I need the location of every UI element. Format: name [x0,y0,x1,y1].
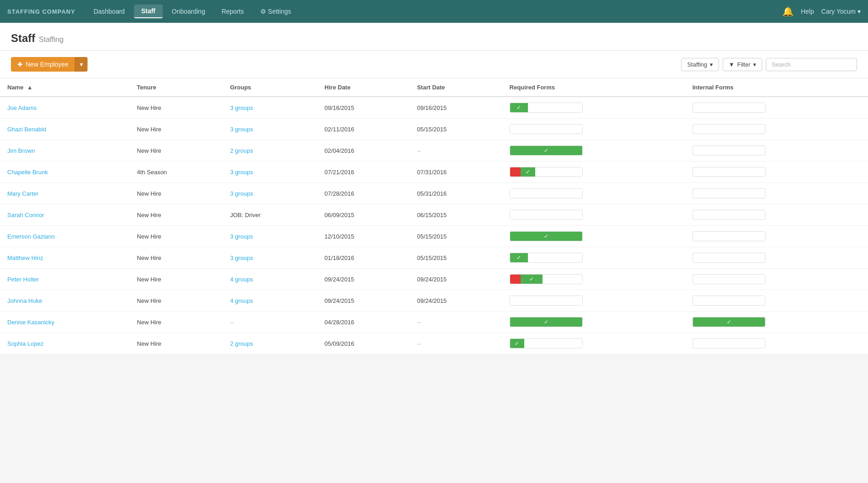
cell-name: Chapelle Brunk [0,161,129,183]
employee-name-link[interactable]: Denise Kasanicky [7,319,54,326]
cell-start-date: 07/31/2016 [410,161,502,183]
nav-links: Dashboard Staff Onboarding Reports ⚙ Set… [86,5,782,18]
employee-name-link[interactable]: Peter Holter [7,276,39,283]
cell-start-date: 06/15/2015 [410,204,502,226]
top-navigation: STAFFING COMPANY Dashboard Staff Onboard… [0,0,868,23]
cell-tenure: New Hire [129,333,222,354]
nav-dashboard[interactable]: Dashboard [86,5,132,18]
groups-link[interactable]: 3 groups [230,104,253,111]
progress-empty [528,103,582,112]
cell-hire-date: 07/21/2016 [317,161,410,183]
new-employee-dropdown-arrow[interactable]: ▾ [75,57,88,72]
groups-link[interactable]: 2 groups [230,340,253,347]
cell-start-date: 05/15/2015 [410,119,502,140]
cell-hire-date: 06/09/2015 [317,204,410,226]
table-row: Jim BrownNew Hire2 groups02/04/2016--✓ [0,140,868,161]
groups-link[interactable]: 4 groups [230,297,253,304]
progress-green: ✓ [521,275,542,284]
cell-required-forms [502,119,685,140]
cell-start-date: 05/31/2016 [410,183,502,204]
cell-hire-date: 02/04/2016 [317,140,410,161]
nav-reports[interactable]: Reports [214,5,251,18]
cell-name: Sophia Lopez [0,333,129,354]
employee-name-link[interactable]: Emerson Gaziano [7,233,55,240]
progress-green: ✓ [510,253,528,262]
cell-name: Mary Carter [0,183,129,204]
check-icon: ✓ [544,147,548,154]
cell-internal-forms [685,269,868,290]
cell-groups: JOB: Driver [223,204,317,226]
filter-icon: ▼ [728,61,734,68]
progress-bar [692,274,765,284]
cell-internal-forms [685,290,868,312]
cell-tenure: New Hire [129,97,222,119]
cell-groups: -- [223,312,317,333]
nav-settings[interactable]: ⚙ Settings [253,5,298,18]
progress-bar [510,210,583,220]
cell-internal-forms [685,226,868,247]
help-link[interactable]: Help [801,8,814,15]
cell-required-forms: ✓ [502,333,685,354]
employee-name-link[interactable]: Ghazi Benabid [7,126,46,133]
progress-bar [692,188,765,198]
employee-name-link[interactable]: Mary Carter [7,190,39,197]
plus-icon: ✚ [17,61,23,68]
cell-internal-forms [685,97,868,119]
filter-button[interactable]: ▼ Filter ▾ [723,58,762,71]
cell-internal-forms [685,333,868,354]
check-icon: ✓ [515,340,519,347]
employee-name-link[interactable]: Matthew Hinz [7,254,43,261]
cell-groups: 2 groups [223,333,317,354]
groups-link[interactable]: 3 groups [230,233,253,240]
cell-name: Denise Kasanicky [0,312,129,333]
employee-name-link[interactable]: Chapelle Brunk [7,169,48,176]
staffing-button[interactable]: Staffing ▾ [681,58,719,71]
chevron-down-icon: ▾ [710,61,713,68]
page-title: Staff [11,32,35,45]
groups-link[interactable]: 3 groups [230,254,253,261]
groups-link[interactable]: 3 groups [230,190,253,197]
user-name: Cary Yocum [822,8,856,15]
col-required-forms: Required Forms [502,78,685,97]
groups-link[interactable]: 3 groups [230,126,253,133]
groups-link[interactable]: 4 groups [230,276,253,283]
cell-required-forms [502,290,685,312]
table-row: Denise KasanickyNew Hire--04/28/2016--✓✓ [0,312,868,333]
table-row: Emerson GazianoNew Hire3 groups12/10/201… [0,226,868,247]
check-icon: ✓ [529,276,534,282]
new-employee-button[interactable]: ✚ New Employee ▾ [11,57,88,72]
cell-name: Ghazi Benabid [0,119,129,140]
toolbar-right: Staffing ▾ ▼ Filter ▾ [681,58,857,71]
cell-required-forms: ✓ [502,269,685,290]
cell-hire-date: 02/11/2016 [317,119,410,140]
col-name[interactable]: Name ▲ [0,78,129,97]
progress-empty [542,275,582,284]
employee-name-link[interactable]: Johnna Huke [7,297,42,304]
progress-bar [692,103,765,113]
groups-link[interactable]: 2 groups [230,147,253,154]
progress-bar [692,124,765,134]
check-icon: ✓ [544,233,548,239]
user-menu[interactable]: Cary Yocum ▾ [822,8,861,15]
nav-onboarding[interactable]: Onboarding [165,5,212,18]
progress-bar: ✓ [510,103,583,113]
progress-complete: ✓ [510,232,582,241]
cell-tenure: 4th Season [129,161,222,183]
employee-name-link[interactable]: Sophia Lopez [7,340,44,347]
search-input[interactable] [766,58,857,71]
groups-text: JOB: Driver [230,212,261,218]
filter-label: Filter [737,61,750,68]
employee-name-link[interactable]: Sarah Connor [7,212,44,218]
table-row: Joe AdamsNew Hire3 groups09/16/201509/16… [0,97,868,119]
progress-green: ✓ [510,103,528,112]
employee-name-link[interactable]: Joe Adams [7,104,36,111]
cell-start-date: 09/16/2015 [410,97,502,119]
employee-name-link[interactable]: Jim Brown [7,147,35,154]
nav-staff[interactable]: Staff [134,5,163,18]
table-row: Mary CarterNew Hire3 groups07/28/201605/… [0,183,868,204]
cell-groups: 2 groups [223,140,317,161]
cell-tenure: New Hire [129,247,222,269]
progress-bar: ✓ [510,253,583,263]
groups-link[interactable]: 3 groups [230,169,253,176]
check-icon: ✓ [517,104,521,111]
